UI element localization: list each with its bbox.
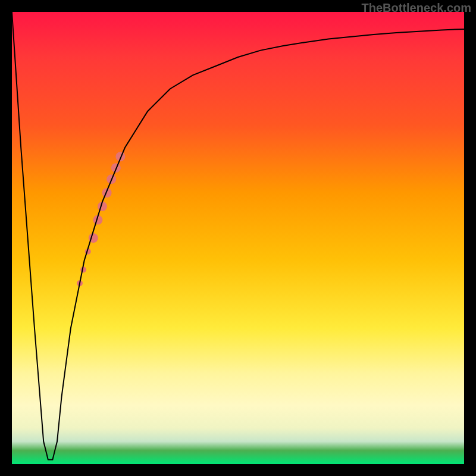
chart-svg [12,12,464,464]
watermark-text: TheBottleneck.com [362,1,471,15]
bottleneck-curve-line [12,12,464,459]
plot-area [12,12,464,464]
chart-container: TheBottleneck.com [0,0,476,476]
highlight-markers [77,152,125,286]
